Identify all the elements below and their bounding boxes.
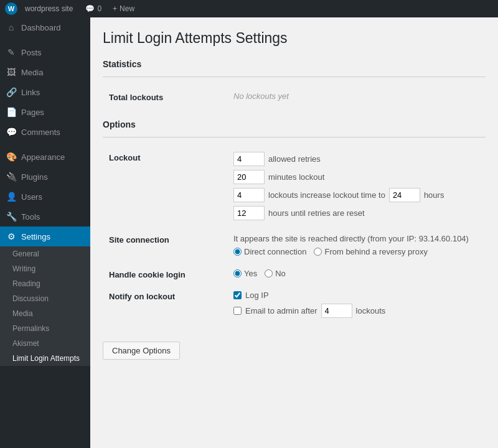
statistics-heading: Statistics <box>103 59 486 69</box>
submenu-item-media[interactable]: Media <box>0 306 90 321</box>
links-icon: 🔗 <box>6 87 16 97</box>
comments-icon: 💬 <box>85 4 95 13</box>
lockouts-label: lockouts <box>356 306 386 315</box>
site-connection-row: Site connection It appears the site is r… <box>103 229 486 264</box>
email-admin-label: Email to admin after <box>245 306 317 315</box>
sidebar-item-settings[interactable]: ⚙ Settings <box>0 226 90 246</box>
sidebar-item-media[interactable]: 🖼 Media <box>0 62 90 82</box>
sidebar-item-dashboard[interactable]: ⌂ Dashboard <box>0 17 90 37</box>
admin-bar-site[interactable]: wordpress site <box>20 0 78 17</box>
minutes-lockout-text: minutes lockout <box>268 172 324 182</box>
total-lockouts-row: Total lockouts No lockouts yet <box>103 86 486 107</box>
comments-count: 0 <box>97 4 101 13</box>
proxy-connection-label: From behind a reversy proxy <box>324 247 427 256</box>
no-radio[interactable] <box>265 269 273 278</box>
increase-lockout-row: lockouts increase lockout time to hours <box>233 188 479 202</box>
log-ip-label: Log IP <box>245 291 269 300</box>
change-options-button[interactable]: Change Options <box>103 342 180 360</box>
plus-icon: + <box>113 4 117 13</box>
reset-retries-text: hours until retries are reset <box>268 208 365 218</box>
sidebar-item-label: Comments <box>21 128 60 137</box>
content-area: Limit Login Attempts Settings Statistics… <box>90 17 498 448</box>
allowed-retries-input[interactable] <box>233 152 265 166</box>
wp-logo[interactable]: W <box>5 2 17 15</box>
email-admin-row: Email to admin after lockouts <box>233 304 479 318</box>
sidebar-item-tools[interactable]: 🔧 Tools <box>0 207 90 226</box>
lockout-label: Lockout <box>103 147 227 229</box>
sidebar-item-users[interactable]: 👤 Users <box>0 187 90 207</box>
hours-text: hours <box>424 190 444 200</box>
tools-icon: 🔧 <box>6 212 16 222</box>
sidebar-item-label: Settings <box>21 232 50 241</box>
log-ip-option[interactable]: Log IP <box>233 291 269 300</box>
main-layout: ⌂ Dashboard ✎ Posts 🖼 Media 🔗 Links 📄 Pa… <box>0 17 498 448</box>
admin-bar-new[interactable]: + New <box>109 0 138 17</box>
admin-bar-comments[interactable]: 💬 0 <box>80 0 106 17</box>
email-admin-checkbox[interactable] <box>233 307 242 315</box>
sidebar-item-label: Links <box>21 88 40 97</box>
sidebar-item-links[interactable]: 🔗 Links <box>0 82 90 102</box>
sidebar-item-label: Tools <box>21 212 40 222</box>
options-table: Lockout allowed retries minutes lockout … <box>103 147 486 323</box>
minutes-lockout-input[interactable] <box>233 170 265 184</box>
direct-connection-option[interactable]: Direct connection <box>233 247 306 256</box>
total-lockouts-value: No lockouts yet <box>233 91 289 101</box>
posts-icon: ✎ <box>6 47 16 57</box>
allowed-retries-row: allowed retries <box>233 152 479 166</box>
site-name-label: wordpress site <box>25 4 73 13</box>
submenu-item-reading[interactable]: Reading <box>0 276 90 291</box>
sidebar-item-label: Dashboard <box>21 23 61 32</box>
lockout-hours-input[interactable] <box>389 188 420 202</box>
submenu-label: Writing <box>12 264 35 273</box>
submenu-item-writing[interactable]: Writing <box>0 261 90 276</box>
no-option[interactable]: No <box>265 269 286 278</box>
reset-retries-input[interactable] <box>233 206 265 220</box>
submenu-label: Reading <box>12 279 40 288</box>
connection-type-group: Direct connection From behind a reversy … <box>233 247 479 256</box>
sidebar-item-label: Media <box>21 68 43 77</box>
direct-connection-radio[interactable] <box>233 248 242 256</box>
sidebar: ⌂ Dashboard ✎ Posts 🖼 Media 🔗 Links 📄 Pa… <box>0 17 90 448</box>
yes-option[interactable]: Yes <box>233 269 257 278</box>
email-lockouts-input[interactable] <box>321 304 352 318</box>
options-divider <box>103 137 486 138</box>
email-admin-option[interactable]: Email to admin after <box>233 306 317 315</box>
statistics-table: Total lockouts No lockouts yet <box>103 86 486 107</box>
lockout-increase-input[interactable] <box>233 188 265 202</box>
log-ip-checkbox[interactable] <box>233 291 242 299</box>
submenu-label: Media <box>12 309 33 318</box>
total-lockouts-label: Total lockouts <box>103 86 227 107</box>
notify-lockout-row: Notify on lockout Log IP Email <box>103 286 486 323</box>
no-label: No <box>275 269 286 278</box>
settings-icon: ⚙ <box>6 231 16 241</box>
submenu-label: Limit Login Attempts <box>12 354 80 363</box>
lockout-settings-row: Lockout allowed retries minutes lockout … <box>103 147 486 229</box>
proxy-connection-option[interactable]: From behind a reversy proxy <box>314 247 427 256</box>
sidebar-item-comments[interactable]: 💬 Comments <box>0 122 90 142</box>
submenu-item-permalinks[interactable]: Permalinks <box>0 321 90 336</box>
submenu-label: Discussion <box>12 294 49 303</box>
reset-retries-row: hours until retries are reset <box>233 206 479 220</box>
log-ip-row: Log IP <box>233 291 479 300</box>
comments-nav-icon: 💬 <box>6 127 16 137</box>
sidebar-item-posts[interactable]: ✎ Posts <box>0 42 90 62</box>
submenu-item-limit-login[interactable]: Limit Login Attempts <box>0 351 90 366</box>
yes-radio[interactable] <box>233 269 242 278</box>
sidebar-item-label: Pages <box>21 108 44 117</box>
sidebar-item-plugins[interactable]: 🔌 Plugins <box>0 167 90 187</box>
submenu-label: Akismet <box>12 339 39 348</box>
proxy-connection-radio[interactable] <box>314 248 322 256</box>
allowed-retries-text: allowed retries <box>268 154 321 164</box>
submenu-item-akismet[interactable]: Akismet <box>0 336 90 351</box>
pages-icon: 📄 <box>6 107 16 117</box>
sidebar-item-pages[interactable]: 📄 Pages <box>0 102 90 122</box>
admin-bar: W wordpress site 💬 0 + New <box>0 0 498 17</box>
stats-divider <box>103 77 486 77</box>
submenu-item-discussion[interactable]: Discussion <box>0 291 90 306</box>
submenu-item-general[interactable]: General <box>0 246 90 261</box>
sidebar-item-appearance[interactable]: 🎨 Appearance <box>0 147 90 167</box>
appearance-icon: 🎨 <box>6 152 16 162</box>
site-connection-label: Site connection <box>103 229 227 264</box>
site-connection-info: It appears the site is reached directly … <box>233 234 479 243</box>
sidebar-item-label: Plugins <box>21 172 48 182</box>
